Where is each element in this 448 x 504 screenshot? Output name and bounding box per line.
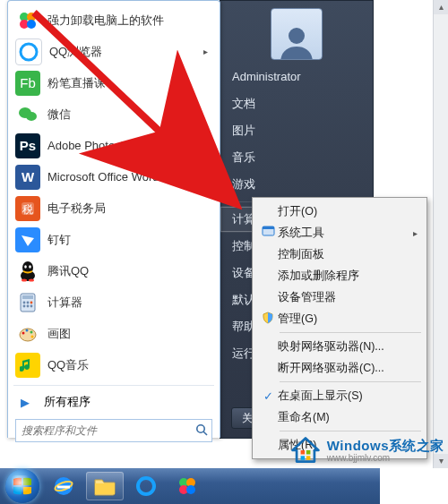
paint-icon — [15, 321, 40, 346]
program-label: QQ浏览器 — [49, 44, 203, 60]
start-button[interactable] — [5, 469, 39, 503]
program-item-qqbrowser[interactable]: QQ浏览器 ▸ — [10, 36, 218, 67]
program-label: 钉钉 — [47, 232, 212, 248]
program-label: 画图 — [47, 326, 212, 342]
screenshot-root: ▴ ▾ Administrator 文档 图片 音乐 游戏 计算机 控制 设备 … — [0, 0, 448, 504]
submenu-arrow-icon: ▸ — [203, 172, 212, 182]
separator — [13, 385, 214, 386]
qqmusic-icon — [15, 353, 40, 378]
house-icon — [289, 434, 322, 466]
browser-scrollbar[interactable]: ▴ ▾ — [433, 0, 448, 468]
ps-icon: Ps — [15, 133, 40, 158]
taskbar-explorer[interactable] — [86, 472, 124, 500]
program-list: 强力卸载电脑上的软件 QQ浏览器 ▸ Fb 粉笔直播课 微信 Ps — [8, 1, 220, 382]
ctx-separator — [280, 332, 421, 333]
svg-point-26 — [26, 329, 29, 331]
svg-point-23 — [30, 304, 33, 307]
svg-rect-35 — [306, 450, 311, 455]
taskbar-qqbrowser[interactable] — [127, 472, 165, 500]
program-label: 粉笔直播课 — [47, 75, 212, 91]
ctx-rename[interactable]: 重命名(M) — [254, 406, 425, 428]
taskbar-ie[interactable] — [45, 472, 82, 500]
right-item-music[interactable]: 音乐 — [220, 144, 373, 171]
svg-text:税: 税 — [22, 203, 33, 216]
scroll-up-icon[interactable]: ▴ — [434, 0, 448, 14]
program-item-word[interactable]: W Microsoft Office Word 2007 ▸ — [10, 161, 218, 192]
windows-logo-icon — [5, 469, 39, 503]
avatar-icon — [276, 21, 317, 60]
svg-point-22 — [27, 304, 30, 307]
user-name[interactable]: Administrator — [220, 64, 373, 90]
svg-point-15 — [29, 278, 34, 281]
wechat-icon — [15, 102, 40, 127]
svg-point-5 — [21, 44, 37, 60]
ctx-open[interactable]: 打开(O) — [254, 201, 425, 222]
svg-line-30 — [203, 431, 207, 435]
qq-icon — [15, 259, 40, 284]
svg-point-28 — [31, 335, 34, 337]
program-item-calculator[interactable]: 计算器 — [10, 286, 218, 318]
ctx-disconnect-drive[interactable]: 断开网络驱动器(C)... — [254, 357, 425, 379]
ctx-control-panel[interactable]: 控制面板 — [254, 243, 425, 265]
svg-point-4 — [27, 20, 36, 29]
right-item-pictures[interactable]: 图片 — [220, 117, 373, 144]
qqbrowser-icon — [135, 475, 157, 497]
ctx-label: 打开(O) — [278, 204, 418, 219]
program-label: 强力卸载电脑上的软件 — [47, 13, 212, 29]
svg-point-19 — [27, 301, 30, 303]
ctx-label: 设备管理器 — [278, 290, 418, 305]
ctx-label: 在桌面上显示(S) — [278, 389, 418, 404]
submenu-arrow-icon: ▸ — [409, 228, 418, 238]
right-item-documents[interactable]: 文档 — [220, 90, 373, 117]
submenu-arrow-icon: ▸ — [203, 47, 212, 56]
svg-rect-36 — [300, 456, 305, 460]
svg-point-12 — [24, 265, 27, 269]
shield-icon — [258, 312, 278, 327]
ctx-separator — [280, 431, 421, 431]
ctx-label: 控制面板 — [278, 247, 418, 262]
ctx-label: 断开网络驱动器(C)... — [278, 361, 418, 376]
program-item-tax[interactable]: 税 电子税务局 — [10, 192, 218, 224]
ctx-manage[interactable]: 管理(G) — [254, 308, 425, 329]
program-item-wechat[interactable]: 微信 — [10, 98, 218, 130]
program-item-paint[interactable]: 画图 — [10, 318, 218, 349]
user-avatar[interactable] — [271, 8, 323, 60]
search-input[interactable] — [16, 424, 192, 437]
taskbar-softmgr[interactable] — [168, 472, 206, 500]
program-item-uninstall[interactable]: 强力卸载电脑上的软件 — [10, 4, 218, 36]
qqbrowser-icon — [15, 38, 42, 65]
start-menu-left-panel: 强力卸载电脑上的软件 QQ浏览器 ▸ Fb 粉笔直播课 微信 Ps — [7, 0, 220, 438]
ctx-show-on-desktop[interactable]: ✓ 在桌面上显示(S) — [254, 385, 425, 406]
right-item-games[interactable]: 游戏 — [220, 171, 373, 198]
all-programs[interactable]: ▶ 所有程序 — [12, 389, 216, 415]
ctx-add-remove[interactable]: 添加或删除程序 — [254, 265, 425, 286]
program-label: 电子税务局 — [47, 201, 212, 217]
program-label: Adobe Photoshop CS6 — [47, 139, 203, 152]
tools-icon — [258, 225, 278, 241]
program-item-qq[interactable]: 腾讯QQ — [10, 255, 218, 286]
program-item-fenbi[interactable]: Fb 粉笔直播课 — [10, 67, 218, 98]
folder-icon — [93, 476, 116, 496]
search-box[interactable] — [15, 419, 212, 442]
ctx-map-drive[interactable]: 映射网络驱动器(N)... — [254, 336, 425, 357]
program-item-photoshop[interactable]: Ps Adobe Photoshop CS6 ▸ — [10, 130, 218, 161]
svg-point-13 — [29, 265, 31, 269]
tax-icon: 税 — [15, 196, 40, 221]
search-icon[interactable] — [192, 423, 211, 439]
program-label: 腾讯QQ — [47, 263, 212, 279]
program-item-dingtalk[interactable]: 钉钉 — [10, 224, 218, 255]
ctx-label: 系统工具 — [278, 226, 409, 241]
ctx-label: 管理(G) — [278, 312, 418, 327]
svg-point-20 — [30, 301, 33, 303]
all-programs-label: 所有程序 — [44, 394, 90, 410]
ctx-system-tools[interactable]: 系统工具 ▸ — [254, 222, 425, 243]
ctx-device-manager[interactable]: 设备管理器 — [254, 286, 425, 308]
svg-point-25 — [22, 331, 25, 334]
program-label: 微信 — [47, 107, 212, 123]
check-icon: ✓ — [258, 389, 278, 403]
watermark: Windows系统之家 www.bjjmlv.com — [289, 434, 444, 466]
soft-icon — [177, 475, 198, 497]
program-item-qqmusic[interactable]: QQ音乐 — [10, 349, 218, 380]
svg-point-45 — [186, 485, 195, 494]
svg-point-18 — [23, 301, 26, 303]
